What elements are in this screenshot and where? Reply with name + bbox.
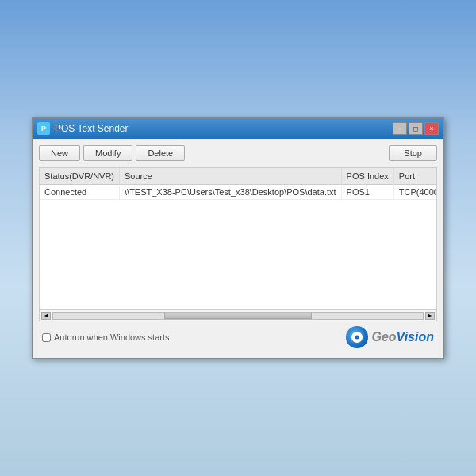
window-title: POS Text Sender: [55, 123, 393, 134]
autorun-text: Autorun when Windows starts: [54, 332, 170, 342]
main-window: P POS Text Sender – □ × New Modify Delet…: [32, 117, 444, 359]
minimize-button[interactable]: –: [393, 122, 407, 135]
col-header-status: Status(DVR/NVR): [40, 168, 120, 185]
scroll-left-button[interactable]: ◄: [41, 312, 51, 320]
cell-pos_index: POS1: [341, 185, 393, 200]
title-bar: P POS Text Sender – □ ×: [33, 118, 443, 139]
scrollbar-track[interactable]: [52, 312, 424, 320]
geovision-text: GeoVision: [371, 330, 434, 344]
new-button[interactable]: New: [39, 145, 80, 161]
delete-button[interactable]: Delete: [136, 145, 185, 161]
data-table: Status(DVR/NVR) Source POS Index Port Pa…: [40, 168, 437, 200]
window-body: New Modify Delete Stop Status(DVR/NVR) S…: [33, 139, 443, 358]
footer: Autorun when Windows starts GeoVision: [39, 321, 437, 351]
cell-source: \\TEST_X38-PC\Users\Test_x38\Desktop\POS…: [120, 185, 342, 200]
autorun-checkbox[interactable]: [42, 333, 51, 342]
stop-button[interactable]: Stop: [389, 145, 437, 161]
data-table-container: Status(DVR/NVR) Source POS Index Port Pa…: [39, 167, 437, 310]
geovision-icon: [346, 326, 368, 348]
scrollbar-thumb[interactable]: [164, 313, 312, 319]
maximize-button[interactable]: □: [409, 122, 423, 135]
geovision-logo: GeoVision: [346, 326, 434, 348]
cell-port: TCP(4000): [393, 185, 437, 200]
modify-button[interactable]: Modify: [83, 145, 132, 161]
col-header-port: Port: [393, 168, 437, 185]
table-header-row: Status(DVR/NVR) Source POS Index Port Pa…: [40, 168, 437, 185]
table-row[interactable]: Connected\\TEST_X38-PC\Users\Test_x38\De…: [40, 185, 437, 200]
cell-status: Connected: [40, 185, 120, 200]
horizontal-scrollbar[interactable]: ◄ ►: [39, 310, 437, 321]
col-header-pos-index: POS Index: [341, 168, 393, 185]
window-controls: – □ ×: [393, 122, 439, 135]
close-button[interactable]: ×: [424, 122, 439, 135]
autorun-label[interactable]: Autorun when Windows starts: [42, 332, 170, 342]
col-header-source: Source: [120, 168, 342, 185]
toolbar: New Modify Delete Stop: [39, 145, 437, 161]
toolbar-left: New Modify Delete: [39, 145, 185, 161]
app-icon: P: [37, 122, 50, 135]
scroll-right-button[interactable]: ►: [425, 312, 435, 320]
